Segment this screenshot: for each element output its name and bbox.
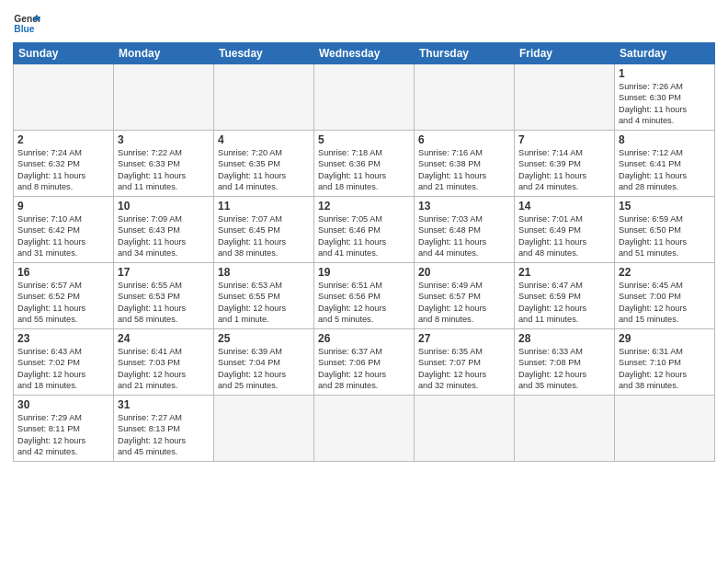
day-info: Sunrise: 7:12 AM Sunset: 6:41 PM Dayligh… [619,147,711,193]
day-info: Sunrise: 6:33 AM Sunset: 7:08 PM Dayligh… [518,346,610,392]
page: General Blue SundayMondayTuesdayWednesda… [0,0,728,563]
day-number: 26 [318,332,410,345]
day-number: 1 [619,67,711,80]
calendar-cell: 7Sunrise: 7:14 AM Sunset: 6:39 PM Daylig… [515,131,615,197]
calendar-cell: 1Sunrise: 7:26 AM Sunset: 6:30 PM Daylig… [615,64,715,131]
day-info: Sunrise: 6:39 AM Sunset: 7:04 PM Dayligh… [218,346,310,392]
day-info: Sunrise: 7:16 AM Sunset: 6:38 PM Dayligh… [418,147,510,193]
day-number: 5 [318,133,410,146]
calendar-cell: 5Sunrise: 7:18 AM Sunset: 6:36 PM Daylig… [314,131,415,197]
calendar-cell: 12Sunrise: 7:05 AM Sunset: 6:46 PM Dayli… [314,197,415,263]
generalblue-logo-icon: General Blue [13,9,40,37]
weekday-header-wednesday: Wednesday [314,43,415,64]
day-info: Sunrise: 6:43 AM Sunset: 7:02 PM Dayligh… [17,346,109,392]
calendar-cell: 23Sunrise: 6:43 AM Sunset: 7:02 PM Dayli… [14,329,114,396]
calendar-table: SundayMondayTuesdayWednesdayThursdayFrid… [13,42,715,462]
day-number: 3 [118,133,210,146]
day-info: Sunrise: 6:47 AM Sunset: 6:59 PM Dayligh… [518,280,610,326]
day-number: 23 [17,332,109,345]
day-number: 25 [218,332,310,345]
day-number: 19 [318,266,410,279]
calendar-cell: 15Sunrise: 6:59 AM Sunset: 6:50 PM Dayli… [615,197,715,263]
day-number: 9 [17,200,109,213]
day-info: Sunrise: 7:18 AM Sunset: 6:36 PM Dayligh… [318,147,410,193]
calendar-cell: 6Sunrise: 7:16 AM Sunset: 6:38 PM Daylig… [415,131,515,197]
day-number: 31 [118,398,210,411]
header: General Blue [13,9,715,37]
calendar-cell: 14Sunrise: 7:01 AM Sunset: 6:49 PM Dayli… [515,197,615,263]
day-number: 18 [218,266,310,279]
day-info: Sunrise: 6:45 AM Sunset: 7:00 PM Dayligh… [619,280,711,326]
calendar-cell [615,396,715,462]
weekday-header-tuesday: Tuesday [214,43,314,64]
day-info: Sunrise: 7:10 AM Sunset: 6:42 PM Dayligh… [17,213,109,259]
calendar-cell: 30Sunrise: 7:29 AM Sunset: 8:11 PM Dayli… [14,396,114,462]
day-info: Sunrise: 7:22 AM Sunset: 6:33 PM Dayligh… [118,147,210,193]
calendar-cell [114,64,214,131]
week-row-2: 2Sunrise: 7:24 AM Sunset: 6:32 PM Daylig… [14,131,715,197]
day-info: Sunrise: 6:31 AM Sunset: 7:10 PM Dayligh… [619,346,711,392]
day-info: Sunrise: 7:20 AM Sunset: 6:35 PM Dayligh… [218,147,310,193]
week-row-5: 23Sunrise: 6:43 AM Sunset: 7:02 PM Dayli… [14,329,715,396]
week-row-6: 30Sunrise: 7:29 AM Sunset: 8:11 PM Dayli… [14,396,715,462]
day-info: Sunrise: 6:35 AM Sunset: 7:07 PM Dayligh… [418,346,510,392]
day-number: 22 [619,266,711,279]
day-number: 28 [518,332,610,345]
day-info: Sunrise: 7:03 AM Sunset: 6:48 PM Dayligh… [418,213,510,259]
calendar-cell: 18Sunrise: 6:53 AM Sunset: 6:55 PM Dayli… [214,263,314,329]
day-info: Sunrise: 6:59 AM Sunset: 6:50 PM Dayligh… [619,213,711,259]
calendar-cell: 16Sunrise: 6:57 AM Sunset: 6:52 PM Dayli… [14,263,114,329]
day-number: 7 [518,133,610,146]
calendar-cell: 4Sunrise: 7:20 AM Sunset: 6:35 PM Daylig… [214,131,314,197]
calendar-cell [214,396,314,462]
day-number: 13 [418,200,510,213]
calendar-cell: 31Sunrise: 7:27 AM Sunset: 8:13 PM Dayli… [114,396,214,462]
day-number: 21 [518,266,610,279]
day-info: Sunrise: 7:29 AM Sunset: 8:11 PM Dayligh… [17,412,109,458]
day-number: 8 [619,133,711,146]
logo: General Blue [13,9,40,37]
day-number: 12 [318,200,410,213]
weekday-header-thursday: Thursday [415,43,515,64]
day-info: Sunrise: 6:51 AM Sunset: 6:56 PM Dayligh… [318,280,410,326]
day-info: Sunrise: 6:37 AM Sunset: 7:06 PM Dayligh… [318,346,410,392]
day-info: Sunrise: 7:05 AM Sunset: 6:46 PM Dayligh… [318,213,410,259]
day-info: Sunrise: 6:53 AM Sunset: 6:55 PM Dayligh… [218,280,310,326]
calendar-cell: 10Sunrise: 7:09 AM Sunset: 6:43 PM Dayli… [114,197,214,263]
calendar-cell: 29Sunrise: 6:31 AM Sunset: 7:10 PM Dayli… [615,329,715,396]
day-number: 27 [418,332,510,345]
week-row-4: 16Sunrise: 6:57 AM Sunset: 6:52 PM Dayli… [14,263,715,329]
calendar-cell: 25Sunrise: 6:39 AM Sunset: 7:04 PM Dayli… [214,329,314,396]
weekday-header-saturday: Saturday [615,43,715,64]
calendar-cell: 9Sunrise: 7:10 AM Sunset: 6:42 PM Daylig… [14,197,114,263]
calendar-cell: 20Sunrise: 6:49 AM Sunset: 6:57 PM Dayli… [415,263,515,329]
day-number: 14 [518,200,610,213]
day-number: 6 [418,133,510,146]
day-number: 16 [17,266,109,279]
calendar-cell: 2Sunrise: 7:24 AM Sunset: 6:32 PM Daylig… [14,131,114,197]
calendar-cell [314,64,415,131]
day-info: Sunrise: 6:49 AM Sunset: 6:57 PM Dayligh… [418,280,510,326]
calendar-cell: 3Sunrise: 7:22 AM Sunset: 6:33 PM Daylig… [114,131,214,197]
calendar-cell: 11Sunrise: 7:07 AM Sunset: 6:45 PM Dayli… [214,197,314,263]
day-info: Sunrise: 7:27 AM Sunset: 8:13 PM Dayligh… [118,412,210,458]
svg-text:Blue: Blue [14,24,34,34]
week-row-3: 9Sunrise: 7:10 AM Sunset: 6:42 PM Daylig… [14,197,715,263]
day-info: Sunrise: 7:26 AM Sunset: 6:30 PM Dayligh… [619,81,711,127]
weekday-header-friday: Friday [515,43,615,64]
weekday-header-row: SundayMondayTuesdayWednesdayThursdayFrid… [14,43,715,64]
day-info: Sunrise: 7:14 AM Sunset: 6:39 PM Dayligh… [518,147,610,193]
day-number: 15 [619,200,711,213]
calendar-cell: 27Sunrise: 6:35 AM Sunset: 7:07 PM Dayli… [415,329,515,396]
calendar-cell: 13Sunrise: 7:03 AM Sunset: 6:48 PM Dayli… [415,197,515,263]
calendar-cell: 17Sunrise: 6:55 AM Sunset: 6:53 PM Dayli… [114,263,214,329]
calendar-cell [14,64,114,131]
calendar-cell: 21Sunrise: 6:47 AM Sunset: 6:59 PM Dayli… [515,263,615,329]
calendar-cell [314,396,415,462]
day-number: 11 [218,200,310,213]
day-info: Sunrise: 7:09 AM Sunset: 6:43 PM Dayligh… [118,213,210,259]
day-info: Sunrise: 6:55 AM Sunset: 6:53 PM Dayligh… [118,280,210,326]
calendar-cell: 19Sunrise: 6:51 AM Sunset: 6:56 PM Dayli… [314,263,415,329]
calendar-cell [515,64,615,131]
day-number: 17 [118,266,210,279]
